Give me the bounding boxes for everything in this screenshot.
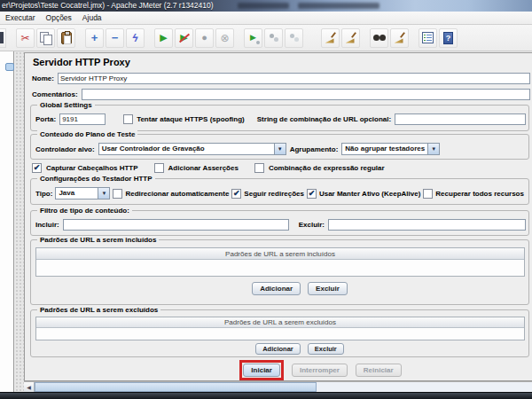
cut-button[interactable]: ✂ <box>16 28 35 48</box>
url-match-input[interactable] <box>395 113 526 125</box>
https-spoofing-checkbox[interactable] <box>123 114 133 124</box>
exclude-add-button[interactable]: Adicionar <box>255 343 301 355</box>
windows-taskbar <box>0 392 532 399</box>
group-title: Padrões de URL a serem incluídos <box>37 236 159 244</box>
include-filter-label: Incluir: <box>35 221 59 229</box>
name-input[interactable] <box>58 73 530 84</box>
start-proxy-button[interactable]: Iniciar <box>243 364 280 377</box>
remote-start-button[interactable]: ▶ <box>244 28 262 48</box>
name-row: Nome: <box>32 73 530 84</box>
grouping-select[interactable]: Não agrupar testadores ▼ <box>341 143 440 155</box>
red-highlight-annotation: Iniciar <box>239 360 284 380</box>
exclude-filter-label: Excluir: <box>299 221 325 229</box>
comments-row: Comentários: <box>32 89 530 100</box>
regex-match-checkbox[interactable] <box>254 163 264 173</box>
horizontal-scrollbar[interactable]: ◀ <box>24 381 532 392</box>
global-settings-group: Global Settings Porta: Tentar ataque HTT… <box>30 105 529 131</box>
stop-button[interactable]: ● <box>195 28 214 48</box>
group-title: Conteúdo do Plano de Teste <box>37 130 137 138</box>
toggle-button[interactable]: ϟ <box>126 28 145 48</box>
group-title: Padrões de URL a serem excluídos <box>37 306 160 314</box>
exclude-patterns-group: Padrões de URL a serem excluídos Padrões… <box>30 309 529 357</box>
menu-help[interactable]: Ajuda <box>77 12 107 25</box>
content-type-filter-group: Filtro de tipo de conteúdo: Incluir: Exc… <box>30 210 529 236</box>
restart-proxy-button: Reiniciar <box>356 364 402 377</box>
scroll-left-arrow-icon[interactable]: ◀ <box>24 382 35 392</box>
remote-stop-all-icon <box>289 33 300 43</box>
window-title: er\Projetos\Teste Cocatrel.jmx) - Apache… <box>2 1 214 10</box>
retrieve-embedded-checkbox[interactable] <box>423 189 433 199</box>
main-area: Servidor HTTP Proxy Nome: Comentários: G… <box>0 51 532 392</box>
function-helper-button[interactable] <box>419 28 437 48</box>
start-button[interactable]: ▶ <box>154 28 173 48</box>
http-sampler-settings-group: Configurações do Testador HTTP Tipo: Jav… <box>30 178 529 205</box>
paste-button[interactable] <box>57 28 75 48</box>
include-patterns-table: Padrões de URL a serem incluídos <box>35 247 525 277</box>
chevron-down-icon[interactable]: ▼ <box>427 144 439 154</box>
binoculars-icon <box>373 34 386 43</box>
follow-redirects-checkbox[interactable]: ✔ <box>231 189 241 199</box>
play-slash-icon: ▶ <box>180 33 187 43</box>
include-filter-input[interactable] <box>63 219 289 231</box>
port-label: Porta: <box>35 115 56 123</box>
capture-headers-checkbox[interactable]: ✔ <box>32 163 42 173</box>
keepalive-label: Usar Manter Ativo (KeepAlive) <box>319 190 420 198</box>
remote-start-all-icon <box>269 33 279 43</box>
copy-button[interactable] <box>36 28 55 48</box>
auto-redirect-label: Redirecionar automaticamente <box>125 190 229 198</box>
table-body[interactable] <box>36 328 524 340</box>
include-delete-button[interactable]: Excluir <box>308 282 348 295</box>
auto-redirect-checkbox[interactable] <box>113 189 122 199</box>
scrollbar-thumb[interactable] <box>35 382 317 392</box>
clear-button[interactable] <box>321 28 340 48</box>
include-add-button[interactable]: Adicionar <box>252 282 301 295</box>
name-label: Nome: <box>32 74 54 82</box>
comments-input[interactable] <box>82 89 530 100</box>
clear-search-button[interactable] <box>390 28 409 48</box>
exclude-patterns-table: Padrões de URL a serem excluídos <box>35 317 525 340</box>
cut-icon: ✂ <box>20 33 29 43</box>
port-input[interactable] <box>59 113 106 125</box>
help-button[interactable]: ? <box>439 28 458 48</box>
group-title: Configurações do Testador HTTP <box>37 175 155 183</box>
table-body[interactable] <box>36 260 524 276</box>
stop-icon: ● <box>201 33 207 43</box>
expand-all-button[interactable]: + <box>85 28 104 48</box>
background-window-blur <box>238 3 289 9</box>
target-controller-select[interactable]: Usar Controlador de Gravação ▼ <box>98 143 286 155</box>
exclude-filter-input[interactable] <box>328 219 526 231</box>
stop-proxy-button: Interromper <box>292 364 348 377</box>
exclude-delete-button[interactable]: Excluir <box>308 343 344 355</box>
keepalive-checkbox[interactable]: ✔ <box>307 189 317 199</box>
capture-headers-label: Capturar Cabeçalhos HTTP <box>46 164 138 172</box>
page-title: Servidor HTTP Proxy <box>33 57 130 67</box>
remote-start-all-button[interactable] <box>264 28 283 48</box>
tree-node-fragment <box>5 63 14 71</box>
shutdown-button[interactable]: ⊗ <box>215 28 234 48</box>
retrieve-embedded-label: Recuperar todos recursos embutidos a <box>435 190 526 198</box>
tree-panel[interactable] <box>0 51 14 392</box>
type-select[interactable]: Java ▼ <box>55 187 110 200</box>
jmeter-window: er\Projetos\Teste Cocatrel.jmx) - Apache… <box>0 0 532 399</box>
add-assertions-checkbox[interactable] <box>154 163 164 173</box>
chevron-down-icon[interactable]: ▼ <box>98 188 109 199</box>
paste-icon <box>61 32 72 44</box>
menu-run[interactable]: Executar <box>0 12 41 25</box>
collapse-all-button[interactable]: − <box>106 28 124 48</box>
table-header: Padrões de URL a serem incluídos <box>36 248 524 260</box>
minus-icon: − <box>112 32 119 43</box>
start-no-pauses-button[interactable]: ▶ <box>175 28 193 48</box>
menu-options[interactable]: Opções <box>41 12 77 25</box>
plus-icon: + <box>91 32 98 43</box>
save-button-partial[interactable] <box>0 28 6 48</box>
chevron-down-icon[interactable]: ▼ <box>274 144 286 154</box>
search-button[interactable] <box>370 28 388 48</box>
clear-all-button[interactable] <box>341 28 360 48</box>
shutdown-icon: ⊗ <box>220 33 229 43</box>
split-pane-divider[interactable] <box>15 51 24 392</box>
target-controller-label: Controlador alvo: <box>35 145 95 153</box>
remote-stop-all-button[interactable] <box>285 28 303 48</box>
add-assertions-label: Adicionar Asserções <box>168 164 239 172</box>
background-window-blur <box>298 3 379 9</box>
type-label: Tipo: <box>35 190 52 198</box>
